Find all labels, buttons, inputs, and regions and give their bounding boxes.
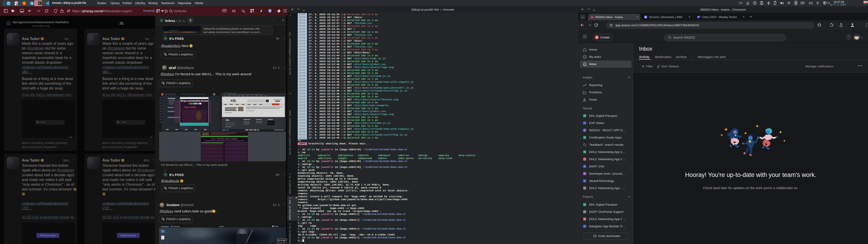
svg-text:J: J — [260, 9, 262, 12]
svg-text:CZ: CZ — [809, 1, 813, 5]
svg-text:U: U — [269, 9, 271, 12]
svg-text:T: T — [698, 16, 699, 18]
